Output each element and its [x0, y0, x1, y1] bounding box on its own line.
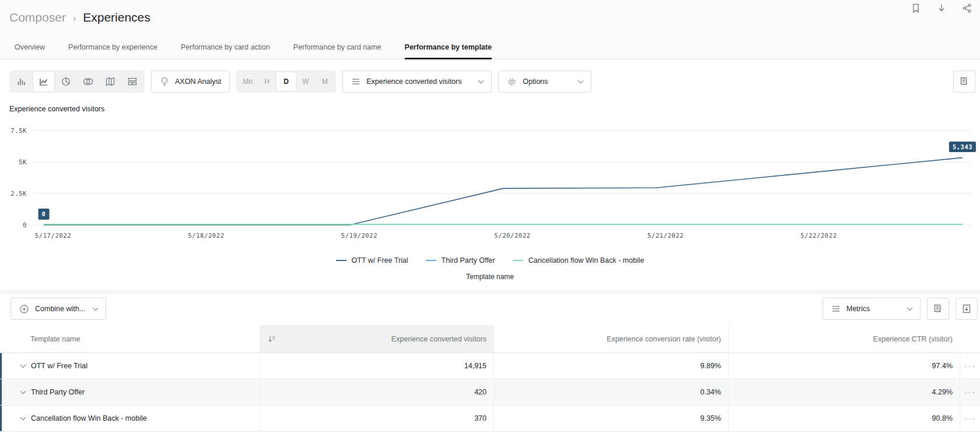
- share-icon[interactable]: [961, 2, 973, 14]
- line-chart-icon[interactable]: [33, 72, 54, 91]
- legend-label: Third Party Offer: [442, 256, 495, 265]
- options-label: Options: [523, 77, 548, 86]
- row-expand-chevron-icon[interactable]: [20, 388, 26, 394]
- table-row-third-party-offer[interactable]: Third Party Offer 420 0.34% 4.29% ···: [0, 379, 980, 406]
- breadcrumb-separator: ›: [73, 13, 76, 24]
- legend-item-ott-free-trial[interactable]: OTT w/ Free Trial: [336, 256, 408, 265]
- row-expand-chevron-icon[interactable]: [20, 362, 26, 368]
- bookmark-icon[interactable]: [910, 2, 922, 14]
- chevron-down-icon: [907, 305, 913, 311]
- options-dropdown[interactable]: Options: [498, 71, 592, 93]
- metrics-dropdown[interactable]: Metrics: [822, 298, 921, 320]
- download-file-icon: [961, 304, 972, 314]
- granularity-day[interactable]: D: [276, 72, 296, 91]
- breadcrumb: Composer › Experiences: [9, 10, 150, 24]
- metrics-label: Metrics: [846, 305, 870, 313]
- ctr-value: 97.4%: [728, 353, 960, 379]
- svg-text:5/21/2022: 5/21/2022: [648, 232, 684, 239]
- ctr-value: 90.8%: [728, 406, 960, 431]
- template-name-cell: OTT w/ Free Trial: [0, 353, 260, 379]
- svg-text:5/18/2022: 5/18/2022: [188, 232, 224, 239]
- column-header-converted-visitors[interactable]: Experience converted visitors: [260, 325, 494, 353]
- metric-select-label: Experience converted visitors: [366, 77, 461, 86]
- table-row-ott-free-trial[interactable]: OTT w/ Free Trial 14,915 9.89% 97.4% ···: [0, 353, 980, 379]
- template-name-cell: Third Party Offer: [0, 379, 260, 405]
- conversion-rate-value: 9.35%: [494, 406, 728, 431]
- tab-bar: Overview Performance by experience Perfo…: [15, 36, 515, 59]
- report-button[interactable]: [953, 71, 975, 93]
- header-actions: [910, 1, 973, 15]
- column-header-ctr[interactable]: Experience CTR (visitor): [728, 325, 960, 353]
- row-overflow-menu[interactable]: ···: [960, 379, 980, 405]
- experiences-performance-page: Composer › Experiences Overview Performa…: [0, 0, 980, 437]
- chart-title: Experience converted visitors: [9, 105, 104, 113]
- column-header-template-name[interactable]: Template name: [0, 325, 260, 353]
- chart-legend: OTT w/ Free Trial Third Party Offer Canc…: [0, 256, 980, 265]
- gear-icon: [507, 77, 517, 87]
- pie-chart-icon[interactable]: [55, 72, 76, 91]
- lightbulb-icon: [160, 76, 169, 87]
- template-name-cell: Cancellation flow Win Back - mobile: [0, 406, 260, 431]
- tab-overview[interactable]: Overview: [15, 36, 45, 59]
- row-overflow-menu[interactable]: ···: [960, 406, 980, 431]
- template-name: Third Party Offer: [31, 388, 85, 396]
- report-icon: [933, 304, 943, 314]
- granularity-month[interactable]: M: [315, 72, 334, 91]
- table-download-button[interactable]: [956, 298, 978, 320]
- column-header-conversion-rate[interactable]: Experience conversion rate (visitor): [494, 325, 728, 353]
- table-row-cancellation-flow[interactable]: Cancellation flow Win Back - mobile 370 …: [0, 406, 980, 432]
- granularity-minute[interactable]: Mn: [238, 72, 257, 91]
- legend-label: OTT w/ Free Trial: [352, 256, 408, 265]
- app-header: Composer › Experiences Overview Performa…: [0, 0, 980, 59]
- chevron-down-icon: [578, 77, 584, 83]
- page-title: Experiences: [83, 10, 150, 24]
- svg-text:5/20/2022: 5/20/2022: [494, 232, 530, 239]
- table-report-button[interactable]: [927, 298, 949, 320]
- chart-start-value-label: 0: [38, 209, 50, 220]
- svg-text:5/22/2022: 5/22/2022: [800, 232, 836, 239]
- chevron-down-icon: [93, 305, 99, 311]
- tab-performance-by-experience[interactable]: Performance by experience: [68, 36, 158, 59]
- download-icon[interactable]: [936, 2, 947, 14]
- metric-select-dropdown[interactable]: Experience converted visitors: [342, 71, 492, 93]
- legend-swatch: [513, 260, 523, 261]
- list-icon: [831, 305, 841, 313]
- bar-chart-icon[interactable]: [11, 72, 32, 91]
- conversion-rate-value: 0.34%: [494, 379, 728, 405]
- list-icon: [351, 77, 360, 86]
- combine-with-label: Combine with...: [35, 305, 85, 313]
- converted-visitors-value: 14,915: [260, 353, 494, 379]
- chart-toolbar: AXON Analyst Mn H D W M Experience conve…: [9, 71, 975, 93]
- breadcrumb-composer[interactable]: Composer: [9, 10, 66, 24]
- sort-descending-icon[interactable]: [267, 334, 276, 344]
- conversion-rate-value: 9.89%: [494, 353, 728, 379]
- chart-x-axis-title: Template name: [0, 273, 980, 281]
- row-expand-chevron-icon[interactable]: [20, 414, 26, 420]
- converted-visitors-value: 370: [260, 406, 494, 431]
- tab-performance-by-card-name[interactable]: Performance by card name: [293, 36, 382, 59]
- chart-type-switcher: [9, 71, 145, 93]
- legend-item-cancellation-flow[interactable]: Cancellation flow Win Back - mobile: [513, 256, 645, 265]
- legend-item-third-party-offer[interactable]: Third Party Offer: [426, 256, 495, 265]
- tab-performance-by-template[interactable]: Performance by template: [405, 36, 492, 59]
- combine-with-button[interactable]: Combine with...: [10, 298, 106, 320]
- report-icon: [959, 76, 970, 87]
- template-name: OTT w/ Free Trial: [31, 362, 88, 370]
- map-icon[interactable]: [100, 72, 121, 91]
- cards-icon[interactable]: [122, 72, 143, 91]
- header-menu-spacer: [960, 325, 980, 353]
- granularity-hour[interactable]: H: [257, 72, 276, 91]
- axon-analyst-button[interactable]: AXON Analyst: [151, 71, 230, 93]
- column-header-label: Experience converted visitors: [391, 335, 487, 343]
- granularity-week[interactable]: W: [296, 72, 315, 91]
- legend-label: Cancellation flow Win Back - mobile: [528, 256, 645, 265]
- svg-text:7.5K: 7.5K: [10, 127, 27, 134]
- venn-icon[interactable]: [78, 72, 99, 91]
- tab-performance-by-card-action[interactable]: Performance by card action: [181, 36, 270, 59]
- legend-swatch: [426, 260, 436, 261]
- svg-text:0: 0: [23, 221, 27, 228]
- row-overflow-menu[interactable]: ···: [960, 353, 980, 379]
- chart-end-value-label: 5,343: [949, 142, 976, 153]
- axon-analyst-label: AXON Analyst: [175, 77, 221, 86]
- chevron-down-icon: [478, 77, 484, 83]
